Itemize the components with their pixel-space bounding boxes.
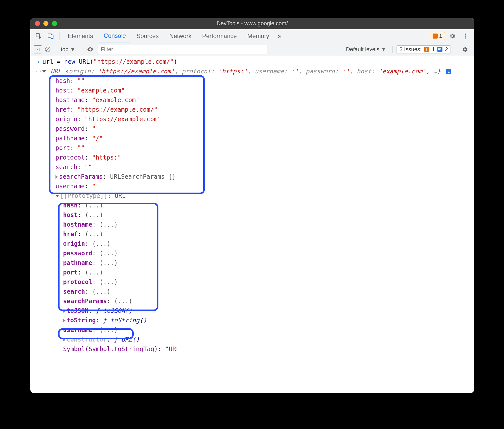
property-row[interactable]: port: (...)	[63, 268, 474, 277]
code-string: "https://example.com/"	[93, 58, 174, 65]
property-row[interactable]: constructor: ƒ URL()	[63, 335, 474, 344]
prop-val: ""	[77, 77, 85, 84]
colon: :	[92, 250, 100, 257]
property-row[interactable]: pathname: (...)	[63, 258, 474, 268]
expand-toggle-icon[interactable]	[42, 70, 46, 73]
expand-toggle-icon[interactable]	[55, 175, 58, 179]
colon: :	[85, 154, 92, 161]
warning-icon: !	[433, 34, 438, 39]
property-row[interactable]: origin: (...)	[63, 239, 474, 249]
tab-network[interactable]: Network	[165, 29, 196, 43]
brace: {	[65, 68, 69, 75]
property-row[interactable]: host: (...)	[63, 210, 474, 220]
property-row[interactable]: username: (...)	[63, 325, 474, 335]
expand-toggle-icon[interactable]	[63, 309, 66, 313]
toolbar-warnings-badge[interactable]: ! 1	[430, 32, 445, 40]
prop-key: search	[63, 288, 85, 295]
code-paren: )	[174, 58, 177, 65]
maximize-window-button[interactable]	[52, 21, 57, 26]
property-row[interactable]: port: ""	[55, 143, 474, 153]
minimize-window-button[interactable]	[43, 21, 48, 26]
tab-elements[interactable]: Elements	[63, 29, 98, 43]
property-row[interactable]: pathname: "/"	[55, 134, 474, 143]
code-class: URL	[75, 58, 90, 65]
colon: :	[92, 279, 100, 286]
prop-key: host	[63, 211, 78, 219]
svg-point-4	[465, 36, 466, 37]
expand-toggle-icon[interactable]	[63, 338, 66, 342]
property-row[interactable]: password: ""	[55, 124, 474, 134]
property-row[interactable]: toString: ƒ toString()	[63, 316, 474, 325]
info-badge-icon[interactable]: i	[446, 69, 451, 74]
clear-console-icon[interactable]	[44, 46, 51, 53]
property-row[interactable]: hostname: (...)	[63, 220, 474, 229]
property-row[interactable]: searchParams: (...)	[63, 296, 474, 306]
prop-val: (...)	[100, 250, 118, 257]
tab-performance[interactable]: Performance	[198, 29, 241, 43]
svg-point-5	[465, 37, 466, 38]
console-input-code[interactable]: url = new URL("https://example.com/")	[42, 57, 470, 67]
prop-val: (...)	[114, 298, 132, 305]
prop-key: hostname	[55, 97, 85, 104]
property-row[interactable]: username: ""	[55, 181, 474, 191]
prop-key: href	[55, 106, 70, 113]
console-output[interactable]: › url = new URL("https://example.com/") …	[30, 56, 474, 393]
summary-val: 'example.com'	[379, 68, 426, 75]
prop-val: ƒ URL()	[114, 336, 139, 343]
prop-val: (...)	[92, 288, 110, 295]
device-toolbar-icon[interactable]	[45, 33, 56, 39]
prototype-row[interactable]: [[Prototype]]: URL	[30, 191, 474, 201]
prop-key: toJSON	[67, 307, 89, 314]
colon: :	[92, 221, 100, 228]
toggle-sidebar-icon[interactable]	[34, 45, 42, 53]
property-row[interactable]: hash: ""	[55, 76, 474, 86]
colon: :	[103, 173, 110, 180]
property-row[interactable]: search: ""	[55, 162, 474, 172]
property-row[interactable]: protocol: "https:"	[55, 153, 474, 162]
window-controls	[35, 21, 57, 26]
tab-console[interactable]: Console	[99, 29, 130, 43]
object-summary[interactable]: URL {origin: 'https://example.com', prot…	[42, 67, 470, 76]
prop-key: host	[55, 87, 70, 94]
property-row[interactable]: searchParams: URLSearchParams {}	[55, 172, 474, 181]
close-window-button[interactable]	[35, 21, 40, 26]
expand-toggle-icon[interactable]	[63, 319, 66, 322]
property-row[interactable]: toJSON: ƒ toJSON()	[63, 306, 474, 316]
live-expression-icon[interactable]	[85, 46, 95, 53]
code-paren: (	[90, 58, 93, 65]
property-row[interactable]: protocol: (...)	[63, 277, 474, 287]
property-row[interactable]: host: "example.com"	[55, 86, 474, 95]
inspect-element-icon[interactable]	[33, 33, 44, 39]
prop-val: "URL"	[165, 346, 183, 353]
prop-val: ƒ toString()	[103, 317, 147, 324]
separator	[392, 46, 393, 53]
console-settings-icon[interactable]	[459, 46, 471, 53]
property-row[interactable]: password: (...)	[63, 249, 474, 258]
output-chevron-icon: ‹·	[35, 67, 42, 76]
property-row[interactable]: Symbol(Symbol.toStringTag): "URL"	[63, 344, 474, 354]
issues-counter[interactable]: 3 Issues: ! 1 ✉ 2	[397, 45, 451, 53]
tab-sources[interactable]: Sources	[132, 29, 163, 43]
tabs-overflow[interactable]: »	[275, 32, 284, 40]
property-row[interactable]: origin: "https://example.com"	[55, 114, 474, 124]
property-row[interactable]: href: "https://example.com/"	[55, 105, 474, 114]
execution-context-selector[interactable]: top ▼	[59, 46, 77, 53]
filter-input[interactable]	[98, 45, 267, 54]
log-levels-selector[interactable]: Default levels ▼	[344, 45, 388, 54]
colon: :	[85, 288, 92, 295]
property-row[interactable]: search: (...)	[63, 287, 474, 296]
input-chevron-icon: ›	[35, 57, 42, 67]
issues-warn-count: 1	[432, 46, 435, 53]
prop-val: "https://example.com/"	[77, 106, 158, 113]
tab-memory[interactable]: Memory	[243, 29, 274, 43]
more-options-icon[interactable]	[460, 33, 471, 39]
property-row[interactable]: hash: (...)	[63, 201, 474, 210]
colon: :	[77, 164, 85, 171]
property-row[interactable]: hostname: "example.com"	[55, 95, 474, 105]
expand-toggle-icon[interactable]	[55, 195, 59, 197]
colon: :	[70, 144, 77, 151]
property-row[interactable]: href: (...)	[63, 229, 474, 239]
prop-key: pathname	[55, 135, 85, 142]
settings-icon[interactable]	[446, 33, 458, 39]
prop-key: search	[55, 164, 77, 171]
